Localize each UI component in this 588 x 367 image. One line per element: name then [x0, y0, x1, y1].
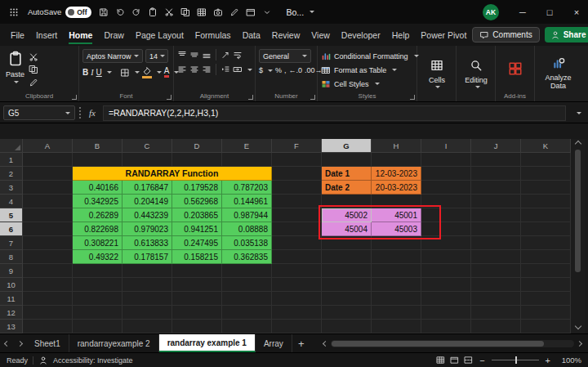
align-right-icon[interactable]: [202, 65, 212, 74]
cell-J8[interactable]: [471, 250, 521, 264]
underline-button[interactable]: U: [96, 68, 102, 77]
row-header-2[interactable]: 2: [0, 167, 23, 181]
undo-icon[interactable]: [112, 4, 128, 20]
cell-J5[interactable]: [471, 208, 521, 222]
borders-icon[interactable]: [120, 68, 130, 78]
cell-G5[interactable]: 45002: [322, 208, 372, 222]
currency-button[interactable]: $: [259, 66, 263, 74]
cell-C4[interactable]: 0.204149: [122, 195, 172, 208]
row-header-7[interactable]: 7: [0, 236, 23, 250]
cell-G3[interactable]: Date 2: [322, 181, 372, 195]
cell-C5[interactable]: 0.443239: [122, 208, 172, 222]
cell-K13[interactable]: [521, 320, 571, 333]
zoom-level[interactable]: 100%: [557, 356, 581, 365]
font-size-select[interactable]: 14: [145, 49, 168, 63]
name-box[interactable]: G5: [3, 105, 75, 120]
cell-A13[interactable]: [23, 320, 73, 333]
cell-J12[interactable]: [471, 306, 521, 320]
cell-F11[interactable]: [272, 292, 322, 306]
cell-C11[interactable]: [122, 292, 172, 306]
cell-C3[interactable]: 0.176847: [122, 181, 172, 195]
cell-K6[interactable]: [521, 222, 571, 236]
menu-tab-insert[interactable]: Insert: [30, 24, 63, 46]
cell-F13[interactable]: [272, 320, 322, 333]
row-header-3[interactable]: 3: [0, 181, 23, 195]
scroll-left-icon[interactable]: [323, 340, 328, 346]
row-header-11[interactable]: 11: [0, 292, 23, 306]
cell-J11[interactable]: [471, 292, 521, 306]
menu-tab-draw[interactable]: Draw: [98, 24, 130, 46]
cell-F5[interactable]: [272, 208, 322, 222]
font-color-button[interactable]: A: [164, 67, 170, 78]
cell-B7[interactable]: 0.308221: [73, 236, 122, 250]
italic-button[interactable]: I: [91, 68, 93, 77]
table-icon[interactable]: [194, 4, 210, 20]
cell-A3[interactable]: [23, 181, 73, 195]
cells-button[interactable]: Cells: [426, 57, 448, 90]
col-header-K[interactable]: K: [521, 139, 571, 153]
cell-C8[interactable]: 0.178157: [122, 250, 172, 264]
cell-D13[interactable]: [172, 320, 222, 333]
spreadsheet-grid[interactable]: ABCDEFGHIJK12345678910111213Date 112-03-…: [0, 139, 571, 333]
font-dialog-launcher-icon[interactable]: [167, 95, 172, 100]
cell-A6[interactable]: [23, 222, 73, 236]
menu-tab-review[interactable]: Review: [266, 24, 305, 46]
zoom-out-button[interactable]: −: [478, 356, 486, 365]
percent-button[interactable]: %: [275, 66, 282, 74]
cell-G6[interactable]: 45004: [322, 222, 372, 236]
cell-B1[interactable]: [73, 153, 122, 167]
page-break-view-icon[interactable]: [464, 356, 473, 365]
indent-icon[interactable]: [220, 65, 230, 74]
menu-tab-data[interactable]: Data: [237, 24, 266, 46]
maximize-button[interactable]: □: [538, 0, 561, 24]
cut-icon[interactable]: [161, 4, 177, 20]
sheet-nav-right-icon[interactable]: [13, 334, 26, 352]
menu-tab-developer[interactable]: Developer: [336, 24, 386, 46]
close-button[interactable]: ×: [565, 0, 588, 24]
insert-function-button[interactable]: fx: [86, 108, 99, 118]
row-header-6[interactable]: 6: [0, 222, 23, 236]
cell-E6[interactable]: 0.08888: [222, 222, 272, 236]
cell-G8[interactable]: [322, 250, 372, 264]
cell-I4[interactable]: [421, 195, 471, 208]
horizontal-scroll-thumb[interactable]: [332, 341, 545, 347]
cell-I10[interactable]: [421, 278, 471, 292]
menu-tab-power-pivot[interactable]: Power Pivot: [415, 24, 472, 46]
menu-tab-file[interactable]: File: [5, 24, 30, 46]
cell-J3[interactable]: [471, 181, 521, 195]
cell-styles-button[interactable]: Cell Styles: [321, 77, 380, 91]
copy-icon[interactable]: [177, 4, 194, 20]
clipboard-icon[interactable]: [145, 4, 161, 20]
cell-D1[interactable]: [172, 153, 222, 167]
addins-button[interactable]: [506, 60, 525, 79]
cell-D9[interactable]: [172, 264, 222, 278]
cell-K9[interactable]: [521, 264, 571, 278]
cell-K10[interactable]: [521, 278, 571, 292]
number-dialog-launcher-icon[interactable]: [310, 95, 315, 100]
name-box-splitter[interactable]: [79, 107, 82, 119]
col-header-H[interactable]: H: [372, 139, 421, 153]
cell-D12[interactable]: [172, 306, 222, 320]
cell-B4[interactable]: 0.342925: [73, 195, 122, 208]
window-icon[interactable]: [243, 4, 259, 20]
cell-H1[interactable]: [372, 153, 421, 167]
cell-A2[interactable]: [23, 167, 73, 181]
cell-F10[interactable]: [272, 278, 322, 292]
zoom-slider-knob[interactable]: [515, 356, 518, 364]
cell-J4[interactable]: [471, 195, 521, 208]
minimize-button[interactable]: ─: [511, 0, 534, 24]
cell-K11[interactable]: [521, 292, 571, 306]
horizontal-scrollbar[interactable]: [310, 334, 588, 352]
cell-A4[interactable]: [23, 195, 73, 208]
vertical-scrollbar[interactable]: [571, 139, 585, 333]
cell-D7[interactable]: 0.247495: [172, 236, 222, 250]
cell-A12[interactable]: [23, 306, 73, 320]
camera-icon[interactable]: [210, 4, 226, 20]
row-header-5[interactable]: 5: [0, 208, 23, 222]
cell-H5[interactable]: 45001: [372, 208, 421, 222]
cell-G12[interactable]: [322, 306, 372, 320]
save-icon[interactable]: [96, 4, 112, 20]
cell-I6[interactable]: [421, 222, 471, 236]
cell-I5[interactable]: [421, 208, 471, 222]
menu-tab-formulas[interactable]: Formulas: [189, 24, 237, 46]
